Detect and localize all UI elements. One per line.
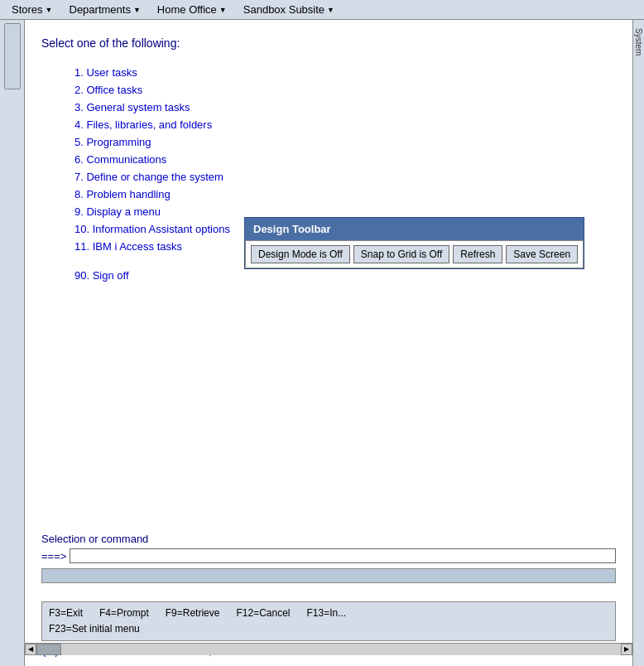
bottom-scrollbar[interactable]: ◀ ▶ (25, 643, 632, 654)
list-item-1[interactable]: 1. User tasks (74, 66, 616, 79)
design-toolbar-title: Design Toolbar (245, 218, 584, 240)
list-item-9[interactable]: 9. Display a menu (74, 205, 616, 218)
fkey-f13: F13=In... (306, 606, 346, 621)
selection-bar (41, 568, 616, 583)
communications-link[interactable]: 6. Communications (74, 153, 166, 166)
stores-arrow-icon: ▼ (46, 6, 53, 14)
refresh-button[interactable]: Refresh (453, 245, 502, 263)
scroll-thumb[interactable] (36, 644, 61, 655)
function-keys-panel: F3=Exit F4=Prompt F9=Retrieve F12=Cancel… (41, 601, 616, 641)
list-item-5[interactable]: 5. Programming (74, 136, 616, 148)
scroll-right-button[interactable]: ▶ (621, 644, 632, 655)
info-assistant-link[interactable]: 10. Information Assistant options (74, 223, 230, 235)
ibm-access-link[interactable]: 11. IBM i Access tasks (74, 240, 182, 253)
selection-area: Selection or command ===> (41, 533, 616, 583)
fkey-f3: F3=Exit (49, 606, 83, 621)
sign-off-link[interactable]: 90. Sign off (74, 269, 129, 282)
snap-to-grid-button[interactable]: Snap to Grid is Off (353, 245, 450, 263)
content-area: Select one of the following: 1. User tas… (25, 20, 632, 666)
selection-input[interactable] (70, 548, 616, 563)
list-item-7[interactable]: 7. Define or change the system (74, 171, 616, 183)
select-prompt: Select one of the following: (41, 36, 616, 50)
selection-label: Selection or command (41, 533, 616, 545)
scroll-track[interactable] (36, 644, 621, 655)
fkey-f9: F9=Retrieve (166, 606, 220, 621)
fkey-row-1: F3=Exit F4=Prompt F9=Retrieve F12=Cancel… (49, 606, 608, 621)
design-toolbar-popup: Design Toolbar Design Mode is Off Snap t… (244, 217, 584, 269)
menu-departments[interactable]: Departments ▼ (61, 1, 149, 18)
problem-link[interactable]: 8. Problem handling (74, 188, 171, 200)
menu-home-office[interactable]: Home Office ▼ (149, 1, 235, 18)
home-office-arrow-icon: ▼ (219, 6, 227, 14)
departments-arrow-icon: ▼ (133, 6, 141, 14)
sidebar-tab[interactable] (4, 23, 21, 89)
fkey-row-2: F23=Set initial menu (49, 621, 608, 637)
programming-link[interactable]: 5. Programming (74, 136, 151, 148)
save-screen-button[interactable]: Save Screen (506, 245, 578, 263)
scroll-left-button[interactable]: ◀ (25, 644, 36, 655)
list-item-6[interactable]: 6. Communications (74, 153, 616, 166)
office-tasks-link[interactable]: 2. Office tasks (74, 84, 142, 96)
user-tasks-link[interactable]: 1. User tasks (74, 66, 137, 79)
menu-stores[interactable]: Stores ▼ (3, 1, 61, 18)
list-item-8[interactable]: 8. Problem handling (74, 188, 616, 200)
fkey-f12: F12=Cancel (236, 606, 290, 621)
define-system-link[interactable]: 7. Define or change the system (74, 171, 223, 183)
display-menu-link[interactable]: 9. Display a menu (74, 205, 161, 218)
list-item-4[interactable]: 4. Files, libraries, and folders (74, 118, 616, 131)
fkey-f23: F23=Set initial menu (49, 621, 140, 637)
fkey-f4: F4=Prompt (99, 606, 149, 621)
right-sidebar: System (632, 20, 644, 666)
sandbox-arrow-icon: ▼ (327, 6, 334, 14)
list-item-2[interactable]: 2. Office tasks (74, 84, 616, 96)
selection-arrow: ===> (41, 550, 66, 562)
list-item-3[interactable]: 3. General system tasks (74, 101, 616, 113)
design-toolbar-buttons-area: Design Mode is Off Snap to Grid is Off R… (245, 240, 584, 268)
right-sidebar-text: System (634, 28, 643, 56)
left-sidebar (0, 20, 25, 666)
design-mode-button[interactable]: Design Mode is Off (251, 245, 350, 263)
general-system-link[interactable]: 3. General system tasks (74, 101, 190, 113)
menu-bar: Stores ▼ Departments ▼ Home Office ▼ San… (0, 0, 644, 20)
selection-row: ===> (41, 548, 616, 563)
sign-off-container: 90. Sign off (74, 269, 616, 282)
files-link[interactable]: 4. Files, libraries, and folders (74, 118, 212, 131)
menu-sandbox-subsite[interactable]: Sandbox Subsite ▼ (235, 1, 343, 18)
main-wrapper: Select one of the following: 1. User tas… (0, 20, 644, 666)
